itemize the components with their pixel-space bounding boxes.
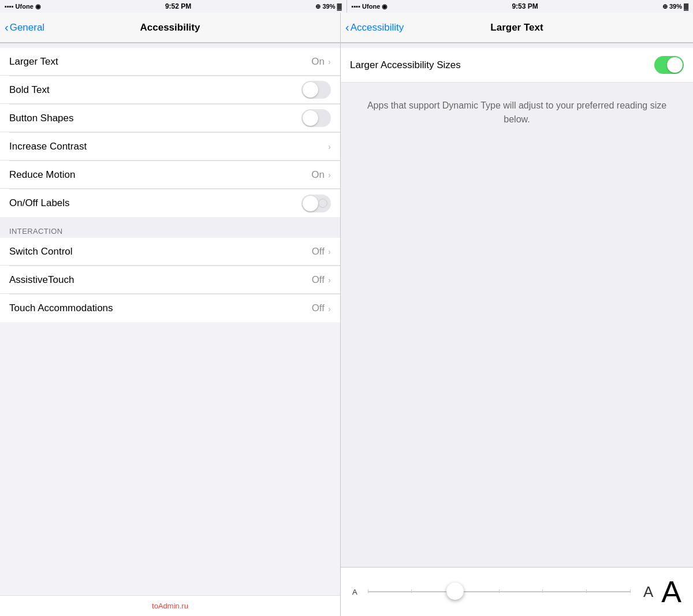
display-settings-group: Larger Text On › Bold Text Button Sha (0, 48, 340, 217)
touch-accommodations-label: Touch Accommodations (9, 303, 113, 314)
tick-6 (586, 589, 587, 593)
reduce-motion-row[interactable]: Reduce Motion On › (0, 161, 340, 189)
left-time: 9:52 PM (165, 2, 191, 10)
left-status-bar: ▪▪▪▪ Ufone ◉ 9:52 PM ⊕ 39% ▓ (0, 0, 347, 13)
switch-control-chevron: › (328, 247, 331, 256)
wifi-icon: ◉ (35, 3, 41, 10)
larger-text-row[interactable]: Larger Text On › (0, 48, 340, 76)
button-shapes-row[interactable]: Button Shapes (0, 104, 340, 132)
right-location-icon: ⊕ (662, 3, 668, 10)
increase-contrast-row[interactable]: Increase Contrast › (0, 133, 340, 160)
larger-accessibility-label: Larger Accessibility Sizes (350, 59, 461, 71)
touch-accommodations-chevron: › (328, 304, 331, 313)
assistive-touch-row[interactable]: AssistiveTouch Off › (0, 266, 340, 294)
right-signal-icon: ▪▪▪▪ (352, 3, 361, 10)
touch-accommodations-row[interactable]: Touch Accommodations Off › (0, 294, 340, 322)
right-status-bar: ▪▪▪▪ Ufone ◉ 9:53 PM ⊕ 39% ▓ (347, 0, 694, 13)
larger-accessibility-toggle[interactable] (654, 56, 684, 74)
tick-2 (411, 589, 412, 593)
back-chevron-icon: ‹ (5, 21, 9, 34)
right-nav-title: Larger Text (490, 22, 543, 33)
onoff-labels-toggle-knob (303, 196, 318, 211)
top-spacer (0, 43, 340, 48)
switch-control-value: Off (312, 246, 325, 257)
onoff-inner-circle (318, 199, 327, 208)
slider-medium-a: A (643, 583, 653, 601)
right-panel: ‹ Accessibility Larger Text Larger Acces… (341, 13, 693, 616)
left-status-left: ▪▪▪▪ Ufone ◉ (5, 3, 41, 10)
description-text: Apps that support Dynamic Type will adju… (355, 99, 679, 126)
reduce-motion-value: On (311, 169, 325, 181)
right-time: 9:53 PM (512, 2, 538, 10)
tick-5 (542, 589, 543, 593)
larger-accessibility-row[interactable]: Larger Accessibility Sizes (341, 48, 693, 83)
slider-track-container[interactable] (368, 591, 631, 593)
left-nav-title: Accessibility (140, 22, 200, 33)
slider-thumb[interactable] (446, 583, 464, 600)
switch-control-row[interactable]: Switch Control Off › (0, 238, 340, 266)
bold-text-toggle[interactable] (301, 81, 331, 99)
bold-text-right (301, 81, 331, 99)
watermark-area: toAdmin.ru (0, 595, 340, 616)
onoff-labels-right (301, 195, 331, 212)
slider-large-a: A (661, 577, 681, 607)
left-panel: ‹ General Accessibility Larger Text On ›… (0, 13, 341, 616)
increase-contrast-label: Increase Contrast (9, 141, 87, 152)
location-icon: ⊕ (315, 3, 321, 10)
button-shapes-label: Button Shapes (9, 113, 74, 124)
right-battery-pct: 39% (669, 3, 682, 10)
tick-1 (368, 589, 368, 593)
right-top-spacer (341, 43, 693, 48)
description-area: Apps that support Dynamic Type will adju… (341, 83, 693, 567)
watermark-text: toAdmin.ru (0, 599, 340, 613)
tick-4 (499, 589, 500, 593)
carrier-name: Ufone (16, 3, 33, 10)
tick-7 (630, 589, 631, 593)
assistive-touch-label: AssistiveTouch (9, 274, 74, 286)
increase-contrast-chevron: › (328, 141, 331, 151)
switch-control-right: Off › (312, 246, 331, 257)
touch-accommodations-right: Off › (312, 303, 331, 314)
right-wifi-icon: ◉ (382, 3, 388, 10)
slider-small-a: A (352, 588, 357, 596)
slider-track (368, 591, 631, 592)
larger-text-value: On (311, 56, 325, 68)
slider-area: A (341, 567, 693, 616)
right-back-chevron-icon: ‹ (345, 21, 349, 34)
button-shapes-toggle-knob (303, 110, 318, 126)
right-content: Larger Accessibility Sizes Apps that sup… (341, 48, 693, 616)
assistive-touch-value: Off (312, 274, 325, 286)
battery-pct-left: 39% (322, 3, 335, 10)
interaction-section-label: INTERACTION (9, 227, 63, 236)
switch-control-label: Switch Control (9, 246, 73, 257)
assistive-touch-right: Off › (312, 274, 331, 286)
onoff-labels-toggle[interactable] (301, 195, 331, 212)
signal-icon: ▪▪▪▪ (5, 3, 14, 10)
reduce-motion-label: Reduce Motion (9, 169, 75, 181)
left-status-right: ⊕ 39% ▓ (315, 3, 341, 10)
interaction-settings-group: Switch Control Off › AssistiveTouch Off … (0, 238, 340, 322)
left-nav-bar: ‹ General Accessibility (0, 13, 340, 43)
right-nav-bar: ‹ Accessibility Larger Text (341, 13, 693, 43)
bold-text-toggle-knob (303, 82, 318, 98)
right-carrier-name: Ufone (362, 3, 380, 10)
button-shapes-right (301, 109, 331, 127)
larger-text-chevron: › (328, 57, 331, 66)
larger-text-right: On › (311, 56, 331, 68)
right-nav-back-label: Accessibility (351, 22, 404, 33)
right-status-right: ⊕ 39% ▓ (662, 3, 688, 10)
button-shapes-toggle[interactable] (301, 109, 331, 127)
battery-icon-left: ▓ (337, 3, 341, 10)
bold-text-row[interactable]: Bold Text (0, 76, 340, 104)
right-nav-back-button[interactable]: ‹ Accessibility (345, 21, 404, 34)
right-battery-icon: ▓ (684, 3, 688, 10)
reduce-motion-right: On › (311, 169, 331, 181)
left-nav-back-button[interactable]: ‹ General (5, 21, 44, 34)
onoff-labels-label: On/Off Labels (9, 197, 70, 209)
reduce-motion-chevron: › (328, 170, 331, 180)
interaction-section-header: INTERACTION (0, 217, 340, 238)
larger-accessibility-toggle-knob (667, 57, 683, 73)
bold-text-label: Bold Text (9, 84, 50, 96)
left-nav-back-label: General (10, 22, 44, 33)
onoff-labels-row[interactable]: On/Off Labels (0, 189, 340, 217)
